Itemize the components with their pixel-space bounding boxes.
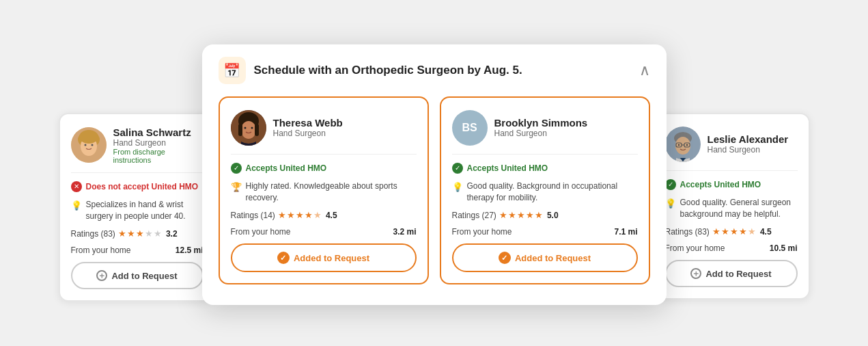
star3: ★ <box>136 228 144 239</box>
svg-point-8 <box>241 121 256 139</box>
salina-add-button[interactable]: ＋ Add to Request <box>71 262 204 289</box>
svg-point-11 <box>244 127 246 129</box>
svg-point-3 <box>79 130 98 144</box>
svg-rect-10 <box>255 124 259 136</box>
salina-add-icon: ＋ <box>96 270 107 281</box>
brooklyn-ratings: Ratings (27) ★ ★ ★ ★ ★ 5.0 <box>452 210 638 220</box>
leslie-distance-value: 10.5 mi <box>770 243 798 253</box>
salina-distance: From your home 12.5 mi <box>71 245 204 255</box>
theresa-insurance: ✓ Accepts United HMO <box>231 163 417 174</box>
leslie-distance-label: From your home <box>665 243 725 253</box>
salina-ratings-label: Ratings (83) <box>71 229 115 239</box>
leslie-ratings: Ratings (83) ★ ★ ★ ★ ★ 4.5 <box>665 226 798 237</box>
theresa-avatar <box>231 110 266 146</box>
brooklyn-btn-label: Added to Request <box>515 253 591 263</box>
brooklyn-header: BS Brooklyn Simmons Hand Surgeon <box>452 110 638 146</box>
salina-quality-text: Specializes in hand & wrist surgery in p… <box>86 199 204 222</box>
card-leslie: Leslie Alexander Hand Surgeon ✓ Accepts … <box>653 113 810 300</box>
leslie-divider <box>665 170 798 171</box>
leslie-specialty: Hand Surgeon <box>708 145 789 155</box>
brooklyn-divider <box>452 154 638 155</box>
main-scene: Salina Schwartz Hand Surgeon From discha… <box>59 44 810 302</box>
theresa-added-icon: ✓ <box>277 252 290 264</box>
salina-info: Salina Schwartz Hand Surgeon From discha… <box>113 127 204 164</box>
salina-stars: ★ ★ ★ ★ ★ <box>118 228 162 239</box>
theresa-ratings-label: Ratings (14) <box>231 211 275 220</box>
card-theresa: Theresa Webb Hand Surgeon ✓ Accepts Unit… <box>219 96 429 285</box>
salina-insurance: ✕ Does not accept United HMO <box>71 181 204 192</box>
leslie-insurance: ✓ Accepts United HMO <box>665 179 798 190</box>
salina-insurance-label: Does not accept United HMO <box>86 182 199 191</box>
leslie-insurance-icon: ✓ <box>665 179 676 190</box>
brooklyn-stars: ★ ★ ★ ★ ★ <box>499 210 543 220</box>
theresa-distance: From your home 3.2 mi <box>231 227 417 237</box>
theresa-btn-label: Added to Request <box>294 253 369 263</box>
salina-avatar <box>71 127 107 163</box>
leslie-ratings-label: Ratings (83) <box>665 227 710 237</box>
leslie-info: Leslie Alexander Hand Surgeon <box>708 133 789 155</box>
star1: ★ <box>118 228 126 239</box>
svg-point-20 <box>686 144 687 146</box>
leslie-name: Leslie Alexander <box>708 133 789 145</box>
theresa-info: Theresa Webb Hand Surgeon <box>273 117 343 138</box>
salina-extra: From discharge instructions <box>113 148 204 164</box>
theresa-distance-label: From your home <box>231 227 291 237</box>
brooklyn-added-button[interactable]: ✓ Added to Request <box>452 243 638 272</box>
leslie-distance: From your home 10.5 mi <box>665 243 798 253</box>
theresa-added-button[interactable]: ✓ Added to Request <box>231 243 417 272</box>
leslie-quality-text: Good quality. General surgeon background… <box>680 197 798 220</box>
leslie-add-button[interactable]: ＋ Add to Request <box>665 260 798 287</box>
star4: ★ <box>145 228 153 239</box>
svg-point-15 <box>675 137 690 155</box>
theresa-insurance-label: Accepts United HMO <box>246 163 327 173</box>
salina-btn-label: Add to Request <box>111 271 177 281</box>
modal-header: 📅 Schedule with an Orthopedic Surgeon by… <box>219 57 650 84</box>
brooklyn-added-icon: ✓ <box>499 252 511 264</box>
theresa-specialty: Hand Surgeon <box>273 129 343 138</box>
leslie-stars: ★ ★ ★ ★ ★ <box>712 226 756 237</box>
modal-cards: Theresa Webb Hand Surgeon ✓ Accepts Unit… <box>219 96 650 285</box>
salina-distance-label: From your home <box>71 245 131 255</box>
theresa-insurance-icon: ✓ <box>231 163 242 174</box>
brooklyn-distance-value: 7.1 mi <box>614 227 637 237</box>
brooklyn-name: Brooklyn Simmons <box>494 117 588 129</box>
salina-quality: 💡 Specializes in hand & wrist surgery in… <box>71 199 204 222</box>
leslie-avatar <box>665 127 701 162</box>
svg-point-19 <box>677 144 679 146</box>
brooklyn-score: 5.0 <box>547 211 559 220</box>
svg-point-4 <box>84 144 86 146</box>
brooklyn-quality-text: Good quality. Background in occupational… <box>467 181 638 204</box>
theresa-quality-icon: 🏆 <box>231 181 242 194</box>
leslie-quality-icon: 💡 <box>665 198 676 210</box>
modal-calendar-icon: 📅 <box>219 57 246 84</box>
salina-score: 3.2 <box>166 229 178 239</box>
svg-point-12 <box>251 127 253 129</box>
star5: ★ <box>154 228 162 239</box>
svg-point-5 <box>91 144 93 146</box>
salina-specialty: Hand Surgeon <box>113 138 204 148</box>
brooklyn-avatar: BS <box>452 110 488 146</box>
leslie-add-icon: ＋ <box>690 268 701 279</box>
brooklyn-specialty: Hand Surgeon <box>494 129 588 138</box>
theresa-quality-text: Highly rated. Knowledgeable about sports… <box>246 181 417 204</box>
card-salina: Salina Schwartz Hand Surgeon From discha… <box>59 113 216 302</box>
theresa-header: Theresa Webb Hand Surgeon <box>231 110 417 146</box>
leslie-header: Leslie Alexander Hand Surgeon <box>665 127 798 162</box>
modal-collapse-button[interactable]: ∧ <box>639 63 650 78</box>
brooklyn-distance: From your home 7.1 mi <box>452 227 638 237</box>
modal-header-left: 📅 Schedule with an Orthopedic Surgeon by… <box>219 57 522 84</box>
salina-divider <box>71 172 204 173</box>
theresa-stars: ★ ★ ★ ★ ★ <box>278 210 322 220</box>
card-brooklyn: BS Brooklyn Simmons Hand Surgeon ✓ Accep… <box>440 96 650 285</box>
leslie-btn-label: Add to Request <box>705 269 771 279</box>
theresa-distance-value: 3.2 mi <box>393 227 416 237</box>
brooklyn-ratings-label: Ratings (27) <box>452 211 496 220</box>
star2: ★ <box>127 228 135 239</box>
brooklyn-quality-icon: 💡 <box>452 181 463 194</box>
modal-card: 📅 Schedule with an Orthopedic Surgeon by… <box>202 44 667 306</box>
salina-header: Salina Schwartz Hand Surgeon From discha… <box>71 127 204 164</box>
theresa-ratings: Ratings (14) ★ ★ ★ ★ ★ 4.5 <box>231 210 417 220</box>
svg-rect-9 <box>238 124 242 136</box>
brooklyn-distance-label: From your home <box>452 227 512 237</box>
theresa-score: 4.5 <box>326 211 337 220</box>
